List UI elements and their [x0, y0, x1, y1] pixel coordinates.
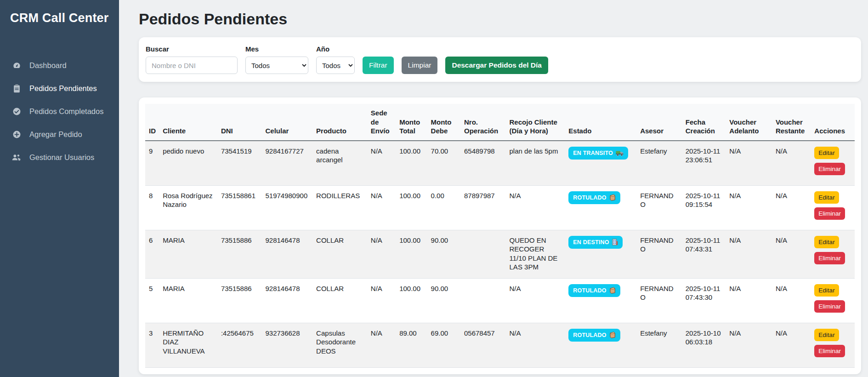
cell-acciones: EditarEliminar [811, 141, 855, 186]
cell-dni: 73541519 [217, 141, 262, 186]
cell-recojo: N/A [506, 185, 565, 230]
delete-button[interactable]: Eliminar [814, 345, 845, 357]
orders-table-head: IDClienteDNICelularProductoSede de Envío… [145, 104, 855, 141]
cell-voucher_restante: N/A [772, 323, 811, 367]
delete-button[interactable]: Eliminar [814, 163, 845, 175]
cell-voucher_restante: N/A [772, 185, 811, 230]
cell-celular: 928146478 [261, 230, 312, 278]
check-circle-icon [12, 107, 21, 116]
status-badge: ROTULADO [568, 191, 620, 204]
column-header-sede_envio: Sede de Envío [367, 104, 396, 141]
download-orders-button[interactable]: Descargar Pedidos del Día [445, 57, 548, 74]
table-row: 5MARIA73515886928146478COLLARN/A100.0090… [145, 278, 855, 323]
search-input[interactable] [146, 57, 238, 74]
status-label: EN DESTINO [573, 239, 609, 246]
sidebar: CRM Call Center Dashboard Pedidos Pendie… [0, 0, 119, 377]
search-label: Buscar [146, 45, 238, 53]
plus-circle-icon [12, 130, 21, 139]
sidebar-item-gestionar-usuarios[interactable]: Gestionar Usuarios [0, 146, 119, 169]
cell-estado: ROTULADO [565, 278, 636, 323]
cell-estado: EN TRANSITO [565, 141, 636, 186]
cell-acciones: EditarEliminar [811, 185, 855, 230]
cell-nro_operacion [460, 230, 506, 278]
sidebar-item-label: Agregar Pedido [29, 130, 82, 139]
delete-button[interactable]: Eliminar [814, 252, 845, 264]
sidebar-item-label: Dashboard [29, 61, 67, 70]
sidebar-item-pedidos-pendientes[interactable]: Pedidos Pendientes [0, 77, 119, 100]
cell-voucher_adelanto: N/A [726, 278, 772, 323]
cell-monto_debe: 90.00 [427, 230, 460, 278]
cell-fecha_creacion: 2025-10-11 09:15:54 [682, 185, 726, 230]
filter-button[interactable]: Filtrar [363, 57, 394, 74]
status-label: ROTULADO [573, 287, 606, 294]
edit-button[interactable]: Editar [814, 236, 839, 248]
sidebar-item-label: Pedidos Pendientes [29, 84, 97, 93]
delete-button[interactable]: Eliminar [814, 300, 845, 313]
edit-button[interactable]: Editar [814, 284, 839, 297]
cell-cliente: MARIA [159, 278, 217, 323]
cell-monto_debe: 70.00 [427, 141, 460, 186]
clear-button[interactable]: Limpiar [402, 57, 438, 74]
sidebar-item-dashboard[interactable]: Dashboard [0, 54, 119, 77]
column-header-voucher_adelanto: Voucher Adelanto [726, 104, 772, 141]
edit-button[interactable]: Editar [814, 191, 839, 204]
status-label: ROTULADO [573, 331, 606, 339]
status-badge: EN TRANSITO [568, 147, 628, 160]
app-title: CRM Call Center [0, 0, 119, 30]
column-header-cliente: Cliente [159, 104, 217, 141]
sidebar-item-label: Gestionar Usuarios [29, 153, 94, 162]
cell-asesor: FERNANDO [636, 230, 682, 278]
cell-celular: 9284167727 [261, 141, 312, 186]
sidebar-item-pedidos-completados[interactable]: Pedidos Completados [0, 100, 119, 123]
month-group: Mes Todos [245, 45, 308, 74]
main-content: Pedidos Pendientes Buscar Mes Todos Año … [119, 0, 868, 377]
orders-tbody: 9pedido nuevo735415199284167727cadena ar… [145, 141, 855, 368]
cell-nro_operacion [460, 278, 506, 323]
year-group: Año Todos [316, 45, 355, 74]
sidebar-item-agregar-pedido[interactable]: Agregar Pedido [0, 123, 119, 146]
column-header-acciones: Acciones [811, 104, 855, 141]
status-badge: ROTULADO [568, 284, 620, 297]
column-header-asesor: Asesor [636, 104, 682, 141]
cell-asesor: FERNANDO [636, 185, 682, 230]
cell-sede_envio: N/A [367, 185, 396, 230]
table-row: 6MARIA73515886928146478COLLARN/A100.0090… [145, 230, 855, 278]
edit-button[interactable]: Editar [814, 329, 839, 341]
table-row: 3HERMITAÑO DIAZ VILLANUEVA:4256467593273… [145, 323, 855, 367]
column-header-voucher_restante: Voucher Restante [772, 104, 811, 141]
cell-sede_envio: N/A [367, 230, 396, 278]
cell-cliente: MARIA [159, 230, 217, 278]
column-header-celular: Celular [261, 104, 312, 141]
delete-button[interactable]: Eliminar [814, 207, 845, 220]
cell-dni: :42564675 [217, 323, 262, 367]
cell-voucher_adelanto: N/A [726, 185, 772, 230]
cell-estado: EN DESTINO [565, 230, 636, 278]
cell-monto_total: 89.00 [396, 323, 427, 367]
sidebar-item-label: Pedidos Completados [29, 107, 103, 116]
package-icon [609, 287, 616, 294]
edit-button[interactable]: Editar [814, 147, 839, 159]
cell-acciones: EditarEliminar [811, 278, 855, 323]
cell-recojo: plan de las 5pm [506, 141, 565, 186]
cell-asesor: Estefany [636, 141, 682, 186]
cell-celular: 932736628 [261, 323, 312, 367]
clipboard-icon [12, 84, 21, 93]
sidebar-nav: Dashboard Pedidos Pendientes Pedidos Com… [0, 54, 119, 169]
search-group: Buscar [146, 45, 238, 74]
cell-asesor: Estefany [636, 323, 682, 367]
cell-nro_operacion: 87897987 [460, 185, 506, 230]
cell-fecha_creacion: 2025-10-10 06:03:18 [682, 323, 726, 367]
cell-celular: 928146478 [261, 278, 312, 323]
cell-voucher_adelanto: N/A [726, 141, 772, 186]
month-select[interactable]: Todos [245, 57, 308, 74]
cell-dni: 73515886 [217, 278, 262, 323]
cell-id: 6 [145, 230, 159, 278]
cell-producto: cadena arcangel [312, 141, 367, 186]
year-label: Año [316, 45, 355, 53]
year-select[interactable]: Todos [316, 57, 355, 74]
cell-id: 9 [145, 141, 159, 186]
cell-dni: 735158861 [217, 185, 262, 230]
cell-estado: ROTULADO [565, 323, 636, 367]
cell-acciones: EditarEliminar [811, 323, 855, 367]
package-icon [609, 194, 616, 201]
